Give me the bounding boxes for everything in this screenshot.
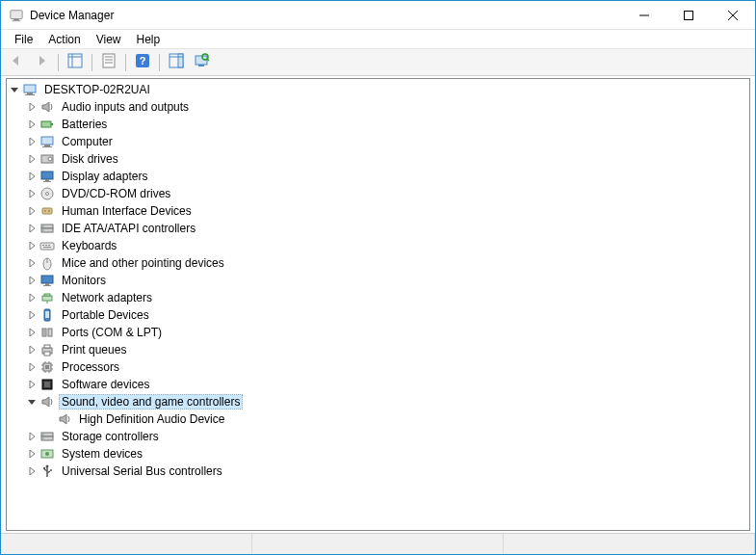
chevron-right-icon[interactable] [24,359,39,375]
tree-node-label[interactable]: Disk drives [59,151,121,167]
tree-node[interactable]: Ports (COM & LPT) [7,324,749,341]
tree-node-label[interactable]: Software devices [59,377,152,392]
tree-node[interactable]: Portable Devices [7,306,749,324]
svg-rect-10 [103,54,115,67]
chevron-down-icon[interactable] [7,82,22,97]
tree-node-label[interactable]: DVD/CD-ROM drives [59,186,173,201]
menu-help[interactable]: Help [129,31,169,48]
tree-node-label[interactable]: Universal Serial Bus controllers [59,463,225,479]
svg-rect-49 [43,247,51,248]
chevron-down-icon[interactable] [24,394,39,410]
toolbar-separator [91,54,92,71]
chevron-right-icon[interactable] [24,99,39,115]
tree-node[interactable]: DVD/CD-ROM drives [7,185,749,202]
tree-node[interactable]: Software devices [7,376,749,393]
chevron-right-icon[interactable] [24,117,39,132]
menu-action[interactable]: Action [40,31,88,48]
tree-node[interactable]: Human Interface Devices [7,202,749,220]
chevron-right-icon[interactable] [24,377,39,392]
tree-node-label[interactable]: Network adapters [59,290,155,305]
tree-node[interactable]: IDE ATA/ATAPI controllers [7,220,749,237]
software-icon [39,377,55,392]
svg-rect-7 [68,54,82,67]
chevron-right-icon[interactable] [24,290,39,305]
back-button[interactable] [5,52,28,73]
tree-node[interactable]: Display adapters [7,168,749,185]
tree-node-label[interactable]: Display adapters [59,169,150,184]
tree-node-label[interactable]: Storage controllers [59,429,162,444]
svg-rect-25 [25,94,35,95]
tree-node[interactable]: Storage controllers [7,428,749,445]
tree-node-label[interactable]: Ports (COM & LPT) [59,325,165,340]
svg-rect-20 [198,65,204,66]
tree-node[interactable]: Network adapters [7,289,749,306]
svg-rect-29 [44,145,50,146]
tree-node-label[interactable]: DESKTOP-02R2UAI [41,82,153,97]
menu-view[interactable]: View [89,31,129,48]
tree-node-label[interactable]: IDE ATA/ATAPI controllers [59,221,198,236]
chevron-right-icon[interactable] [24,221,39,236]
chevron-right-icon[interactable] [24,325,39,340]
show-hide-tree-button[interactable] [64,52,87,73]
chevron-right-icon[interactable] [24,151,39,167]
chevron-right-icon[interactable] [24,429,39,444]
tree-node-label[interactable]: System devices [59,446,145,462]
window-title: Device Manager [30,9,622,22]
tree-node-label[interactable]: High Definition Audio Device [76,411,227,427]
chevron-right-icon[interactable] [24,238,39,253]
chevron-right-icon[interactable] [24,273,39,288]
sound-icon [39,394,55,410]
svg-rect-27 [51,123,53,125]
minimize-button[interactable] [622,1,666,29]
tree-node-label[interactable]: Portable Devices [59,307,152,323]
tree-node[interactable]: Monitors [7,272,749,289]
tree-node[interactable]: Disk drives [7,150,749,168]
tree-node-label[interactable]: Audio inputs and outputs [59,99,192,115]
svg-rect-66 [44,345,50,348]
tree-node[interactable]: System devices [7,445,749,462]
svg-point-32 [48,157,52,161]
menu-file[interactable]: File [7,31,40,48]
chevron-right-icon[interactable] [24,307,39,323]
properties-button[interactable] [97,52,120,73]
tree-node[interactable]: Universal Serial Bus controllers [7,462,749,480]
chevron-right-icon[interactable] [24,134,39,149]
tree-node[interactable]: Audio inputs and outputs [7,98,749,116]
tree-node[interactable]: Keyboards [7,237,749,254]
tree-node-label[interactable]: Mice and other pointing devices [59,255,227,271]
svg-point-87 [46,465,49,468]
tree-node[interactable]: Print queues [7,341,749,358]
scan-hardware-button[interactable] [190,52,213,73]
chevron-right-icon[interactable] [24,186,39,201]
tree-node-label[interactable]: Keyboards [59,238,119,253]
tree-node-label[interactable]: Processors [59,359,122,375]
tree-node[interactable]: DESKTOP-02R2UAI [7,81,749,98]
chevron-right-icon[interactable] [24,446,39,462]
tree-node-label[interactable]: Batteries [59,117,110,132]
tree-node[interactable]: Mice and other pointing devices [7,254,749,272]
tree-node[interactable]: Sound, video and game controllers [7,393,749,410]
tree-node[interactable]: High Definition Audio Device [7,410,749,428]
tree-node-label[interactable]: Human Interface Devices [59,203,195,219]
tree-node-label[interactable]: Sound, video and game controllers [59,394,243,410]
device-tree[interactable]: DESKTOP-02R2UAIAudio inputs and outputsB… [6,78,750,531]
show-hide-action-button[interactable] [165,52,188,73]
help-button[interactable]: ? [131,52,154,73]
svg-point-85 [45,452,49,456]
tree-node-label[interactable]: Monitors [59,273,109,288]
forward-button[interactable] [30,52,53,73]
chevron-right-icon[interactable] [24,463,39,479]
chevron-right-icon[interactable] [24,169,39,184]
network-icon [39,290,55,305]
maximize-button[interactable] [666,1,711,29]
chevron-right-icon[interactable] [24,255,39,271]
close-button[interactable] [711,1,755,29]
svg-point-62 [43,330,44,330]
tree-node[interactable]: Computer [7,133,749,150]
tree-node-label[interactable]: Computer [59,134,116,149]
chevron-right-icon[interactable] [24,203,39,219]
chevron-right-icon[interactable] [24,342,39,357]
tree-node[interactable]: Processors [7,358,749,376]
tree-node-label[interactable]: Print queues [59,342,129,357]
tree-node[interactable]: Batteries [7,116,749,133]
